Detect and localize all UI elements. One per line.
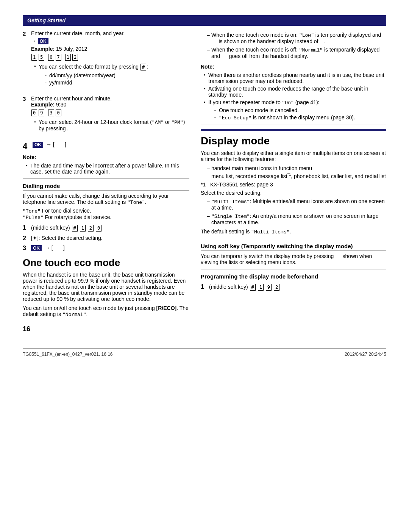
programming-step-1-content: (middle soft key) # 1 9 2 bbox=[209, 283, 280, 291]
divider-r2 bbox=[201, 239, 386, 239]
example-label-3: Example: bbox=[31, 102, 55, 108]
step-2: 2 Enter the current date, month, and yea… bbox=[23, 30, 189, 92]
normal-code: "Normal" bbox=[62, 312, 86, 318]
footer-left: TG8551_61FX_(en-en)_0427_ver021. 16 16 bbox=[23, 352, 113, 357]
divider-r3 bbox=[201, 269, 386, 269]
ok-button-2: OK bbox=[38, 38, 48, 44]
dialling-step-3-num: 3 bbox=[23, 245, 29, 252]
dialling-step-2-content: [✦]: Select the desired setting. bbox=[31, 235, 103, 241]
soft-key-text: You can temporarily switch the display m… bbox=[201, 253, 386, 265]
ok-button-4: OK bbox=[33, 142, 43, 148]
note-bullets-1: The date and time may be incorrect after… bbox=[26, 163, 189, 175]
footnote-star: *1 bbox=[287, 172, 291, 177]
step-2-content: Enter the current date, month, and year.… bbox=[31, 30, 189, 88]
dialling-step-2: 2 [✦]: Select the desired setting. bbox=[23, 235, 189, 242]
key-9: 9 bbox=[39, 110, 44, 116]
eco-dash-1: When the one touch eco mode is on: "Low"… bbox=[207, 32, 386, 44]
multi-items-setting: "Multi Items": Multiple entries/all menu… bbox=[207, 198, 386, 211]
dialling-step-1: 1 (middle soft key) # 1 2 0 bbox=[23, 224, 189, 232]
key-0a: 0 bbox=[48, 54, 54, 61]
step-2-keys: 1 5 0 7 1 2 bbox=[31, 53, 189, 61]
p-key-9: 9 bbox=[266, 284, 272, 291]
display-mode-intro: You can select to display either a singl… bbox=[201, 150, 386, 162]
example-value-3: 9:30 bbox=[56, 102, 66, 108]
key-3: 3 bbox=[48, 110, 54, 116]
low-code: "Low" bbox=[299, 33, 314, 38]
dialling-step-3: 3 OK → [ ] bbox=[23, 245, 189, 252]
dialling-step-2-num: 2 bbox=[23, 235, 29, 242]
pm-code: "PM" bbox=[171, 120, 183, 125]
display-mode-bar bbox=[201, 129, 386, 131]
dialling-default: "Tone" bbox=[127, 200, 145, 205]
dialling-step-1-num: 1 bbox=[23, 224, 29, 231]
one-touch-p2: You can turn on/off one touch eco mode b… bbox=[23, 305, 189, 318]
display-settings-list: "Multi Items": Multiple entries/all menu… bbox=[207, 198, 386, 225]
page-container: Getting Started 2 Enter the current date… bbox=[23, 15, 386, 357]
single-item-code: "Single Item" bbox=[211, 214, 250, 219]
display-feature-2: menu list, recorded message list*1, phon… bbox=[207, 172, 386, 179]
key-1: 1 bbox=[31, 54, 37, 61]
repeater-dash-2: "Eco Setup" is not shown in the display … bbox=[214, 114, 386, 121]
footer-right: 2012/04/27 20:24:45 bbox=[345, 352, 386, 357]
footnote-text: *1 KX-TG8561 series: page 3 bbox=[201, 182, 386, 188]
p-key-hash: # bbox=[250, 284, 256, 291]
note-label-r: Note: bbox=[201, 64, 386, 70]
step-2-text: Enter the current date, month, and year. bbox=[31, 30, 189, 36]
default-setting-text: The default setting is "Multi Items". bbox=[201, 228, 386, 235]
dialling-intro: If you cannot make calls, change this se… bbox=[23, 193, 189, 205]
example-value-2: 15 July, 2012 bbox=[56, 46, 87, 52]
one-touch-p1: When the handset is on the base unit, th… bbox=[23, 272, 189, 302]
display-feature-1: handset main menu icons in function menu bbox=[207, 165, 386, 171]
single-item-setting: "Single Item": An entry/a menu icon is s… bbox=[207, 213, 386, 225]
dialling-pulse: "Pulse" For rotary/pulse dial service. bbox=[23, 214, 189, 221]
tone-label: "Tone" bbox=[23, 208, 41, 214]
am-code: "AM" bbox=[152, 120, 164, 125]
d-key-2: 2 bbox=[88, 225, 94, 232]
key-5: 5 bbox=[39, 54, 44, 61]
multi-items-code: "Multi Items" bbox=[211, 199, 250, 205]
right-note-bullets: When there is another cordless phone nea… bbox=[204, 72, 386, 121]
tone-desc: For tone dial service. bbox=[41, 208, 91, 214]
date-format-list: dd/mm/yy (date/month/year) yy/mm/dd bbox=[45, 72, 189, 86]
step-3-content: Enter the current hour and minute. Examp… bbox=[31, 95, 189, 134]
dialling-tone: "Tone" For tone dial service. bbox=[23, 208, 189, 214]
key-1b: 1 bbox=[65, 54, 71, 61]
right-note-1: When there is another cordless phone nea… bbox=[204, 72, 386, 84]
step-3-text: Enter the current hour and minute. bbox=[31, 95, 189, 102]
step-3-bullets: You can select 24-hour or 12-hour clock … bbox=[34, 119, 189, 131]
dialling-step-1-desc: (middle soft key) bbox=[31, 225, 72, 231]
one-touch-title: One touch eco mode bbox=[23, 257, 189, 269]
dialling-step-2-text: [✦]: Select the desired setting. bbox=[31, 235, 103, 241]
pulse-label: "Pulse" bbox=[23, 215, 44, 221]
select-label: Select the desired setting: bbox=[201, 190, 386, 196]
on-code: "On" bbox=[282, 100, 294, 106]
example-label-2: Example: bbox=[31, 46, 55, 52]
eco-dash-2: When the one touch eco mode is off: "Nor… bbox=[207, 47, 386, 59]
step-3: 3 Enter the current hour and minute. Exa… bbox=[23, 95, 189, 138]
eco-dash-list: When the one touch eco mode is on: "Low"… bbox=[207, 32, 386, 59]
d-key-0: 0 bbox=[96, 225, 101, 232]
step-3-example: Example: 9:30 bbox=[31, 102, 189, 108]
step-2-ok: → OK bbox=[31, 38, 50, 44]
programming-step-1: 1 (middle soft key) # 1 9 2 bbox=[201, 283, 386, 291]
getting-started-title: Getting Started bbox=[27, 17, 66, 23]
divider-1 bbox=[23, 178, 189, 179]
dialling-step-1-content: (middle soft key) # 1 2 0 bbox=[31, 224, 102, 232]
ok-button-d3: OK bbox=[31, 245, 42, 251]
right-note-2: Activating one touch eco mode reduces th… bbox=[204, 86, 386, 98]
programming-step-1-desc: (middle soft key) bbox=[209, 284, 250, 290]
note-text-1: The date and time may be incorrect after… bbox=[26, 163, 189, 175]
soft-key-title: Using soft key (Temporarily switching th… bbox=[201, 243, 386, 251]
step-2-example: Example: 15 July, 2012 bbox=[31, 46, 189, 52]
step-4: 4 OK → [ ] bbox=[23, 141, 189, 151]
right-note-3: If you set the repeater mode to "On" (pa… bbox=[204, 99, 386, 121]
p-key-2: 2 bbox=[274, 284, 279, 291]
key-0d: 0 bbox=[56, 110, 61, 116]
step-2-bullets: You can select the date format by pressi… bbox=[34, 63, 189, 86]
eco-setup-code: "Eco Setup" bbox=[219, 115, 251, 121]
default-multi-code: "Multi Items" bbox=[251, 229, 289, 235]
step-2-number: 2 bbox=[23, 30, 30, 37]
repeater-dashes: One touch eco mode is cancelled. "Eco Se… bbox=[214, 107, 386, 121]
p-key-1: 1 bbox=[258, 284, 264, 291]
arrow-symbol: → bbox=[31, 38, 36, 44]
